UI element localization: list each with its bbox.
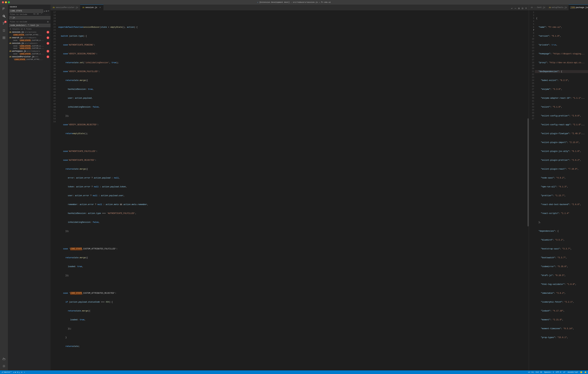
tab-close-btn[interactable]: × <box>99 6 101 9</box>
notification-bell[interactable]: 🔔 <box>584 371 587 373</box>
language-text: JavaScript <box>567 371 578 373</box>
code-line: user: action.payload, <box>57 97 527 100</box>
language-mode[interactable]: JavaScript <box>567 371 578 373</box>
errors-count: ⊗ 0 <box>15 371 18 373</box>
js-file-icon: JS <box>82 7 84 9</box>
svg-rect-13 <box>4 38 5 39</box>
results-list: JS session.js src/actions 1 LOAD_STATE_C… <box>8 31 51 370</box>
result-match-item[interactable]: 'LOAD_STATE_CUSTOM_ATTRI... <box>8 58 51 61</box>
files-to-exclude-input[interactable] <box>9 24 51 27</box>
right-code-line: "lodash": "4.17.10", <box>535 310 588 312</box>
files-to-include-input[interactable] <box>9 16 51 19</box>
tab-bar: JS sessionPersister.js JS session.js × ↩… <box>51 5 529 10</box>
indentation[interactable]: Spaces: 2 <box>544 371 554 373</box>
search-input[interactable] <box>9 9 43 13</box>
sync-status[interactable]: ↺ ⊗ 0 △ 4 <box>13 371 22 373</box>
right-tab-test[interactable]: JS ...test.js <box>529 5 547 10</box>
result-file-item[interactable]: JS workspace.js src/reducers 1 <box>8 50 51 53</box>
activity-bar: 1 <box>0 5 8 370</box>
lightning-status[interactable]: ⚡ <box>24 371 25 373</box>
encoding-text: UTF-8 <box>556 371 561 373</box>
svg-point-6 <box>3 22 4 23</box>
code-line: case 'VERIFY_SESSION_FULFILLED': <box>57 70 527 73</box>
right-code-line: "react-scripts": "1.1.4" <box>535 212 588 215</box>
result-match-item[interactable]: case 'LOAD_STATE_CUSTOM_A... <box>8 45 51 47</box>
use-regex-btn[interactable]: .* <box>40 13 42 15</box>
result-group: JS session.js src/reducers 2 case 'LOAD_… <box>8 42 51 49</box>
exclude-settings-btn[interactable]: ⚙ <box>47 20 49 23</box>
editor-scrollbar[interactable] <box>527 10 529 370</box>
tab-sessionpersister[interactable]: JS sessionPersister.js <box>51 5 80 10</box>
code-line: return state.merge({ <box>57 79 527 82</box>
activity-settings[interactable] <box>1 363 7 369</box>
svg-point-7 <box>3 24 4 24</box>
maximize-button[interactable] <box>8 1 10 3</box>
result-count-badge: 2 <box>47 42 49 45</box>
result-match-item[interactable]: case 'LOAD_STATE_CUSTOM_A... <box>8 39 51 42</box>
result-file-item[interactable]: JS session.js src/actions 1 <box>8 31 51 34</box>
git-branch-status[interactable]: ⎇ master* <box>1 371 12 373</box>
minimize-btn[interactable]: ⊟ <box>521 6 524 10</box>
js-file-icon: JS <box>52 7 55 9</box>
line-ending[interactable]: LF <box>563 371 565 373</box>
code-editor[interactable]: 17 18 19 20 21 22 23 24 25 26 27 28 29 3… <box>51 10 529 370</box>
svg-line-5 <box>4 17 5 17</box>
code-line: return state.merge({ <box>57 168 527 171</box>
svg-rect-15 <box>3 358 4 359</box>
maximize-btn[interactable]: ⊞ <box>517 6 520 10</box>
result-match-item[interactable]: case 'LOAD_STATE_CUSTOM_A... <box>8 47 51 49</box>
result-file-item[interactable]: JS sessionPersister.js src 1 <box>8 55 51 58</box>
right-code-line: "moment": "2.21.0", <box>535 318 588 321</box>
minimize-button[interactable] <box>5 1 7 3</box>
right-code-line: }, <box>535 221 588 224</box>
tab-session[interactable]: JS session.js × <box>80 5 104 10</box>
code-line: return state.set('isValidatingSession', … <box>57 61 527 64</box>
activity-docker[interactable] <box>1 356 7 362</box>
collapse-btn[interactable]: ≡ <box>48 10 49 12</box>
right-code-line: "eslint-plugin-import": "2.13.0", <box>535 141 588 144</box>
more-options-btn[interactable]: ... <box>45 13 49 15</box>
match-word-btn[interactable]: ab <box>36 13 39 15</box>
tab-label: sessionPersister.js <box>56 6 78 9</box>
split-editor-btn[interactable]: ↩ <box>510 6 513 10</box>
activity-source-control[interactable]: 1 <box>1 20 7 26</box>
more-actions-btn[interactable]: ⋯ <box>514 6 517 10</box>
result-file-item[interactable]: JS session.js src/reducers 2 <box>8 42 51 45</box>
right-panel: JS ...test.js JS setupTests.js JSON pack… <box>529 5 588 370</box>
result-match-item[interactable]: LOAD_STATE_CUSTOM_ATTRI... <box>8 34 51 36</box>
activity-search[interactable] <box>1 13 7 19</box>
result-count-badge: 1 <box>47 36 49 39</box>
close-button[interactable] <box>2 1 4 3</box>
clear-btn[interactable]: ⊞ <box>46 10 47 12</box>
encoding[interactable]: UTF-8 <box>556 371 561 373</box>
result-filename: session.js <box>12 42 24 44</box>
line-ending-text: LF <box>563 371 565 373</box>
code-line: }); <box>57 274 527 277</box>
code-line: return emptyState(); <box>57 132 527 135</box>
result-match-item[interactable]: case 'LOAD_STATE_CUSTOM_A... <box>8 53 51 55</box>
right-tab-package[interactable]: JSON package.json × <box>569 5 588 10</box>
match-case-btn[interactable]: Aa <box>33 13 36 15</box>
result-filename: workspace.js <box>12 50 26 52</box>
cursor-position[interactable]: Ln 12, Col 28 <box>528 371 542 373</box>
right-editor[interactable]: 1 2 3 4 5 6 7 8 9 10 11 12 13 14 15 16 1 <box>529 10 588 370</box>
result-count-badge: 1 <box>47 31 49 33</box>
activity-debug[interactable] <box>1 28 7 33</box>
file-type-icon: JS <box>9 31 11 33</box>
code-line: loaded: true, <box>57 318 527 321</box>
right-code-line: "bluebird": "3.5.1", <box>535 239 588 242</box>
git-icon: ⎇ <box>1 371 3 373</box>
right-tab-setuptests[interactable]: JS setupTests.js <box>547 5 569 10</box>
js-icon: JS <box>549 7 551 9</box>
result-file-item[interactable]: JS search.js src/reducers 1 <box>8 36 51 39</box>
refresh-btn[interactable]: ↺ <box>44 10 45 12</box>
activity-explorer[interactable] <box>1 6 7 12</box>
activity-extensions[interactable] <box>1 35 7 41</box>
scrollbar-thumb[interactable] <box>527 118 529 226</box>
files-to-include-label: files to include ... <box>8 13 51 16</box>
menu-btn[interactable]: ≡ <box>525 7 527 10</box>
code-line: isValidatingSession: false, <box>57 221 527 224</box>
bell-icon: 🔔 <box>584 371 587 373</box>
smiley-status[interactable]: 🙂 <box>580 371 582 373</box>
code-line: } <box>57 336 527 339</box>
